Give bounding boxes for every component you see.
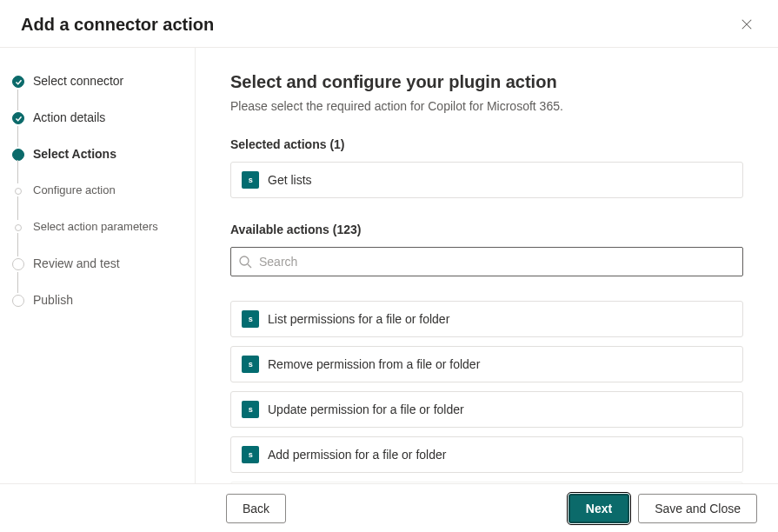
sharepoint-icon: s	[242, 310, 259, 328]
active-step-icon	[12, 149, 24, 161]
step-connector-line	[17, 272, 18, 293]
dialog-title: Add a connector action	[21, 15, 214, 35]
save-close-button[interactable]: Save and Close	[638, 494, 757, 523]
main-panel: Select and configure your plugin action …	[196, 48, 778, 483]
available-action-item[interactable]: s Add permission for a file or folder	[230, 436, 743, 473]
step-connector-line	[17, 196, 18, 220]
dialog: Add a connector action Select connector …	[0, 0, 778, 532]
substep-icon	[15, 224, 22, 231]
step-list: Select connector Action details Select A…	[12, 74, 195, 307]
step-label: Select Actions	[33, 147, 116, 161]
sharepoint-icon: s	[242, 446, 259, 463]
sharepoint-icon: s	[242, 401, 259, 418]
next-button[interactable]: Next	[569, 494, 629, 523]
dialog-header: Add a connector action	[0, 0, 778, 48]
page-title: Select and configure your plugin action	[230, 72, 743, 92]
step-label: Configure action	[33, 183, 116, 196]
step-review-test[interactable]: Review and test	[12, 256, 195, 293]
step-connector-line	[17, 126, 18, 147]
step-connector-line	[17, 233, 18, 256]
available-action-item[interactable]: s List permissions for a file or folder	[230, 301, 743, 337]
step-sidebar: Select connector Action details Select A…	[0, 48, 196, 483]
selected-actions-label: Selected actions (1)	[230, 137, 743, 151]
available-action-item[interactable]: s Update permission for a file or folder	[230, 391, 743, 428]
step-select-actions[interactable]: Select Actions	[12, 147, 195, 183]
available-actions-list: s List permissions for a file or folder …	[230, 301, 743, 483]
step-configure-action[interactable]: Configure action	[12, 183, 195, 220]
step-connector-line	[17, 90, 18, 110]
available-actions-label: Available actions (123)	[230, 223, 743, 236]
action-name: List permissions for a file or folder	[268, 312, 449, 326]
step-label: Review and test	[33, 256, 120, 270]
step-select-connector[interactable]: Select connector	[12, 74, 195, 110]
action-name: Add permission for a file or folder	[268, 448, 446, 462]
action-name: Remove permission from a file or folder	[268, 357, 480, 371]
check-icon	[12, 76, 24, 88]
action-name: Update permission for a file or folder	[268, 402, 464, 416]
substep-icon	[15, 188, 22, 195]
pending-step-icon	[12, 295, 24, 307]
step-label: Publish	[33, 293, 73, 307]
search-icon	[238, 255, 252, 269]
step-label: Select action parameters	[33, 220, 158, 233]
svg-point-0	[240, 256, 249, 265]
sharepoint-icon: s	[242, 171, 259, 189]
pending-step-icon	[12, 258, 24, 270]
search-box	[230, 247, 743, 276]
close-button[interactable]	[736, 14, 757, 35]
sharepoint-icon: s	[242, 356, 259, 373]
back-button[interactable]: Back	[226, 494, 286, 523]
selected-action-item[interactable]: s Get lists	[230, 162, 743, 198]
step-label: Select connector	[33, 74, 123, 88]
dialog-body: Select connector Action details Select A…	[0, 48, 778, 483]
step-select-parameters[interactable]: Select action parameters	[12, 220, 195, 256]
search-input[interactable]	[230, 247, 743, 276]
close-icon	[741, 18, 753, 30]
step-publish[interactable]: Publish	[12, 293, 195, 307]
page-subtitle: Please select the required action for Co…	[230, 99, 743, 113]
available-action-item[interactable]: s	[230, 482, 743, 483]
step-label: Action details	[33, 110, 105, 124]
step-connector-line	[17, 160, 18, 183]
check-icon	[12, 112, 24, 124]
action-name: Get lists	[268, 173, 312, 187]
dialog-footer: Back Next Save and Close	[0, 483, 778, 532]
available-action-item[interactable]: s Remove permission from a file or folde…	[230, 346, 743, 382]
selected-actions-section: Selected actions (1) s Get lists	[230, 137, 743, 198]
step-action-details[interactable]: Action details	[12, 110, 195, 147]
